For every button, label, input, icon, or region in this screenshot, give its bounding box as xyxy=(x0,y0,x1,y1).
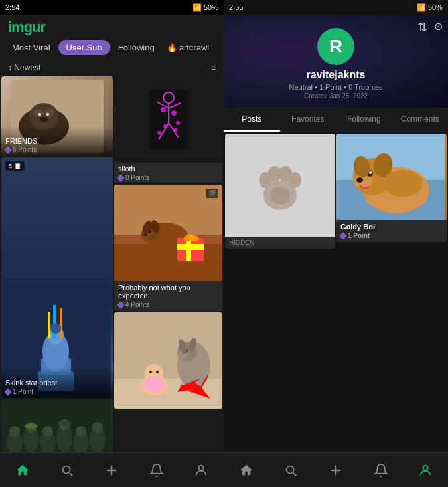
svg-point-97 xyxy=(383,170,423,197)
card-dachshund-info: Probably not what you expected 4 Points xyxy=(114,281,222,311)
tab-posts[interactable]: Posts xyxy=(224,108,280,132)
card-friends[interactable]: FRIENDS. 6 Points xyxy=(1,76,113,156)
svg-point-69 xyxy=(156,371,159,373)
img-dachshund xyxy=(114,185,222,281)
settings-icon[interactable]: ⊙ xyxy=(434,20,443,35)
card-golden[interactable]: Goldy Boi 1 Point xyxy=(336,134,447,242)
status-bar-right: 2:55 📶 50% xyxy=(224,0,448,15)
card-slloth-info: slloth 0 Points xyxy=(114,163,222,183)
diamond-icon-4 xyxy=(117,301,124,308)
time-left: 2:54 xyxy=(5,3,19,11)
svg-point-29 xyxy=(92,422,103,433)
nav-bell[interactable] xyxy=(143,460,171,480)
nav-home-right[interactable] xyxy=(232,460,260,480)
tab-comments[interactable]: Comments xyxy=(392,108,449,132)
header-left: imgur Most Viral User Sub Following 🔥 ar… xyxy=(0,15,224,59)
img-paw: Shutterstock xyxy=(225,134,335,237)
filter-label[interactable]: ↕ Newest xyxy=(8,63,40,72)
status-bar-left: 2:54 📶 50% xyxy=(0,0,224,15)
goldy-points: 1 Point xyxy=(340,232,443,239)
svg-point-100 xyxy=(423,465,428,470)
nav-search[interactable] xyxy=(53,460,81,480)
svg-point-3 xyxy=(33,109,44,117)
card-baby-dog[interactable]: 🎬 xyxy=(114,312,222,409)
svg-point-16 xyxy=(50,323,61,334)
svg-point-5 xyxy=(40,117,48,122)
nav-home[interactable] xyxy=(9,460,37,480)
img-baby-dog: ↓ xyxy=(114,312,222,409)
img-dancing xyxy=(114,76,222,163)
card-slloth[interactable]: slloth 0 Points xyxy=(114,76,222,183)
nav-search-right[interactable] xyxy=(277,460,305,480)
nav-add[interactable] xyxy=(98,460,125,480)
svg-rect-14 xyxy=(60,308,62,338)
col-left: FRIENDS. 6 Points xyxy=(1,76,113,452)
tab-following[interactable]: Following xyxy=(336,108,392,132)
img-skink xyxy=(1,157,113,398)
svg-point-6 xyxy=(38,113,41,116)
card-paw[interactable]: Shutterstock HIDDEN xyxy=(225,134,335,249)
card-skink-label: Skink star priest 1 Point xyxy=(1,368,113,398)
profile-header: ⇅ ⊙ R ravitejaknts Neutral • 1 Point • 0… xyxy=(224,15,448,108)
profile-username: ravitejaknts xyxy=(307,69,366,81)
status-icons-right: 📶 50% xyxy=(417,3,443,12)
svg-point-41 xyxy=(163,124,167,128)
bottom-nav-left xyxy=(0,452,224,487)
img-golden xyxy=(336,134,447,220)
profile-col-left: Shutterstock HIDDEN xyxy=(225,134,335,451)
svg-text:Shutterstock: Shutterstock xyxy=(269,199,291,203)
svg-point-19 xyxy=(9,426,20,437)
tab-artcrawl[interactable]: 🔥 artcrawl xyxy=(163,41,214,54)
goldy-label: Goldy Boi 1 Point xyxy=(336,220,447,242)
filter-icon[interactable]: ≡ xyxy=(211,63,216,72)
card-friends-points: 6 Points xyxy=(5,146,109,153)
svg-point-2 xyxy=(29,103,58,130)
flame-icon: 🔥 xyxy=(167,43,177,52)
card-slloth-points: 0 Points xyxy=(118,174,218,181)
card-dachshund[interactable]: 🎬 xyxy=(114,185,222,311)
svg-point-92 xyxy=(356,177,363,183)
status-icons-left: 📶 50% xyxy=(192,3,218,12)
svg-point-67 xyxy=(143,376,165,392)
svg-point-78 xyxy=(199,465,204,470)
diamond-icon-2 xyxy=(4,388,11,395)
svg-rect-13 xyxy=(48,312,50,338)
svg-point-62 xyxy=(188,235,194,241)
diamond-icon-3 xyxy=(117,174,124,181)
profile-tabs: Posts Favorites Following Comments xyxy=(224,108,448,132)
svg-point-39 xyxy=(161,107,166,112)
svg-rect-59 xyxy=(177,244,204,250)
video-badge: 🎬 xyxy=(206,189,218,198)
card-friends-label: FRIENDS. 6 Points xyxy=(1,126,113,156)
svg-point-30 xyxy=(25,423,38,429)
svg-point-94 xyxy=(369,171,372,174)
profile-col-right: Goldy Boi 1 Point xyxy=(336,134,447,451)
nav-profile-right[interactable] xyxy=(411,460,439,480)
svg-point-44 xyxy=(176,121,180,125)
card-dachshund-points: 4 Points xyxy=(118,301,218,308)
nav-add-right[interactable] xyxy=(322,460,350,480)
svg-point-40 xyxy=(171,110,177,116)
nav-profile[interactable] xyxy=(187,460,215,480)
nav-tabs: Most Viral User Sub Following 🔥 artcrawl xyxy=(8,40,216,55)
svg-point-68 xyxy=(149,371,152,373)
tab-user-sub[interactable]: User Sub xyxy=(58,40,110,55)
svg-point-52 xyxy=(143,233,147,236)
nav-bell-right[interactable] xyxy=(367,460,395,480)
card-skink[interactable]: 5 📋 Skink star priest 1 Point xyxy=(1,157,113,398)
svg-point-84 xyxy=(288,172,301,188)
svg-point-98 xyxy=(287,466,294,473)
tab-most-viral[interactable]: Most Viral xyxy=(8,41,54,54)
svg-line-99 xyxy=(293,472,297,476)
sort-icon[interactable]: ⇅ xyxy=(417,20,427,35)
profile-created: Created Jan 25, 2022 xyxy=(304,92,368,100)
diamond-icon xyxy=(4,146,11,153)
avatar: R xyxy=(317,28,354,65)
svg-point-31 xyxy=(58,421,71,426)
col-right: slloth 0 Points 🎬 xyxy=(114,76,222,452)
tab-following[interactable]: Following xyxy=(114,41,159,54)
svg-point-27 xyxy=(76,426,86,437)
card-crowd[interactable] xyxy=(1,399,113,452)
tab-favorites[interactable]: Favorites xyxy=(280,108,336,132)
content-grid: FRIENDS. 6 Points xyxy=(0,76,224,452)
